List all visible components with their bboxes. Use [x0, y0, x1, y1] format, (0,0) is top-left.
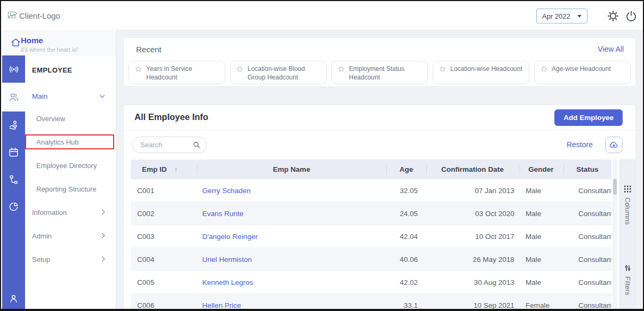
- recent-card-location-wise-blood-group-headcount[interactable]: Location-wise Blood Group Headcount: [230, 61, 327, 84]
- sidebar-item-home[interactable]: Home it's where the heart is!: [1, 30, 116, 55]
- column-header-age[interactable]: Age: [386, 160, 426, 179]
- star-icon: [540, 65, 548, 73]
- rail-item-calendar[interactable]: [2, 139, 25, 166]
- cell-confirmation-date: 10 Oct 2017: [426, 233, 519, 241]
- cell-status: Consultant: [563, 187, 611, 195]
- broadcast-icon: [7, 63, 20, 76]
- hand-service-icon: [7, 119, 20, 132]
- column-header-confirmation-date[interactable]: Confirmation Date: [426, 160, 519, 179]
- page-title: All Employee Info: [134, 112, 208, 122]
- restore-button[interactable]: [605, 137, 623, 153]
- employee-name-link[interactable]: Kenneth Legros: [202, 278, 253, 286]
- table-body: C001Gerry Schaden32.0507 Jan 2013MaleCon…: [131, 179, 611, 309]
- rail-item-route[interactable]: [2, 166, 25, 193]
- cell-emp-name: Gerry Schaden: [197, 187, 386, 195]
- people-icon: [7, 91, 20, 103]
- sidebar-menu-list: OverviewAnalytics HubEmployee DirectoryR…: [25, 107, 116, 271]
- cell-confirmation-date: 10 Sep 2021: [426, 301, 519, 309]
- client-logo: Client-Logo: [7, 11, 60, 20]
- employee-name-link[interactable]: Evans Runte: [202, 210, 243, 218]
- cell-emp-id: C001: [131, 187, 197, 195]
- cell-emp-name: Evans Runte: [197, 210, 386, 218]
- table-row: C002Evans Runte24.0503 Oct 2020MaleConsu…: [131, 202, 611, 225]
- column-header-gender[interactable]: Gender: [519, 160, 563, 179]
- cell-emp-id: C003: [131, 233, 197, 241]
- month-selector[interactable]: Apr 2022: [536, 9, 587, 23]
- table-header-row: Emp ID↑Emp NameAgeConfirmation DateGende…: [131, 160, 611, 179]
- cell-status: Consultant: [563, 256, 611, 264]
- cell-status: Consultant: [563, 301, 611, 309]
- rail-item-broadcast[interactable]: [2, 55, 25, 83]
- chevron-down-icon: [100, 93, 105, 98]
- rail-item-profile[interactable]: [2, 292, 25, 305]
- cell-emp-name: D'angelo Reinger: [197, 233, 386, 241]
- sidebar-item-overview[interactable]: Overview: [25, 107, 116, 130]
- rail-item-analytics[interactable]: [2, 193, 25, 220]
- add-employee-button[interactable]: Add Employee: [554, 109, 623, 126]
- cell-age: 42.04: [386, 233, 426, 241]
- table-toolbar: Restore: [124, 130, 635, 160]
- tab-filters-label: Filters: [624, 276, 632, 295]
- star-icon: [236, 65, 244, 73]
- star-icon: [134, 65, 142, 73]
- cell-emp-id: C006: [131, 301, 197, 309]
- gear-icon[interactable]: [607, 10, 619, 22]
- sidebar-item-admin[interactable]: Admin: [25, 224, 116, 248]
- month-selector-value: Apr 2022: [542, 12, 570, 20]
- column-header-emp-id[interactable]: Emp ID↑: [131, 160, 197, 179]
- recent-card-employment-status-headcount[interactable]: Employment Status Headcount: [331, 61, 428, 84]
- employee-table: Emp ID↑Emp NameAgeConfirmation DateGende…: [131, 160, 611, 309]
- cell-gender: Male: [519, 278, 563, 286]
- sidebar-item-information[interactable]: Information: [25, 201, 116, 224]
- menu-section-title: EMPLOYEE: [32, 66, 72, 74]
- scrollbar-thumb[interactable]: [613, 179, 617, 195]
- card-label: Location-wise Blood Group Headcount: [248, 65, 322, 82]
- recent-card-location-wise-headcount[interactable]: Location-wise Headcount: [433, 61, 529, 84]
- cell-status: Consultant: [563, 233, 611, 241]
- tab-columns-label: Columns: [624, 197, 632, 225]
- main-label: Main: [32, 92, 47, 100]
- cell-status: Consultant: [563, 278, 611, 286]
- cell-confirmation-date: 03 Oct 2020: [426, 210, 519, 218]
- column-label: Status: [576, 165, 598, 173]
- app-window: Client-Logo Apr 2022: [0, 0, 644, 311]
- table-scrollbar[interactable]: [613, 160, 617, 309]
- cell-gender: Male: [519, 233, 563, 241]
- cell-confirmation-date: 30 Aug 2013: [426, 278, 519, 286]
- sidebar-item-main[interactable]: Main: [25, 85, 116, 107]
- recent-panel: Recent View All Years in Service Headcou…: [123, 37, 636, 87]
- cell-gender: Male: [519, 210, 563, 218]
- view-all-link[interactable]: View All: [598, 45, 624, 53]
- column-header-emp-name[interactable]: Emp Name: [197, 160, 386, 179]
- logo-text: Client-Logo: [19, 11, 60, 20]
- card-label: Location-wise Headcount: [450, 65, 522, 73]
- sort-ascending-icon: ↑: [174, 165, 178, 173]
- sidebar-item-reporting-structure[interactable]: Reporting Structure: [25, 177, 116, 201]
- rail-item-employee[interactable]: [2, 83, 25, 111]
- column-label: Age: [400, 165, 414, 173]
- cell-gender: Female: [519, 301, 563, 309]
- column-header-status[interactable]: Status: [563, 160, 611, 179]
- recent-card-age-wise-headcount[interactable]: Age-wise Headcount: [534, 61, 631, 84]
- sidebar-item-employee-directory[interactable]: Employee Directory: [25, 154, 116, 177]
- employee-name-link[interactable]: Gerry Schaden: [202, 187, 251, 195]
- power-icon[interactable]: [625, 10, 638, 22]
- recent-card-years-in-service-headcount[interactable]: Years in Service Headcount: [129, 61, 225, 84]
- tab-columns[interactable]: Columns: [620, 186, 635, 225]
- cell-confirmation-date: 07 Jan 2013: [426, 187, 519, 195]
- sidebar-item-analytics-hub[interactable]: Analytics Hub: [25, 130, 116, 154]
- employee-name-link[interactable]: Hellen Price: [202, 301, 241, 309]
- employee-name-link[interactable]: D'angelo Reinger: [202, 233, 258, 241]
- rail-item-services[interactable]: [2, 111, 25, 139]
- column-label: Gender: [528, 165, 553, 173]
- restore-link[interactable]: Restore: [567, 140, 593, 149]
- cell-age: 42.02: [386, 278, 426, 286]
- top-bar: Client-Logo Apr 2022: [1, 1, 643, 30]
- tab-filters[interactable]: Filters: [620, 265, 635, 295]
- cell-age: 32.05: [386, 187, 426, 195]
- employee-name-link[interactable]: Uriel Hermiston: [202, 256, 252, 264]
- cell-age: 40.06: [386, 256, 426, 264]
- recent-title: Recent: [136, 45, 162, 54]
- sidebar-item-setup[interactable]: Setup: [25, 248, 116, 271]
- cell-gender: Male: [519, 187, 563, 195]
